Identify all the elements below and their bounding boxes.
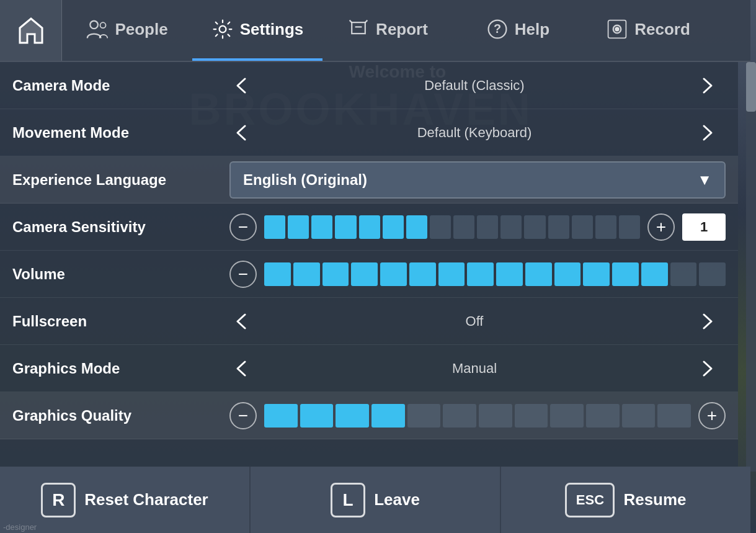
- slider-block: [500, 215, 522, 239]
- fullscreen-label: Fullscreen: [12, 313, 223, 330]
- movement-mode-row: Movement Mode Default (Keyboard): [0, 109, 738, 156]
- chevron-left-icon: [233, 123, 251, 142]
- svg-text:?: ?: [494, 22, 501, 35]
- experience-language-row: Experience Language English (Original) ▼: [0, 156, 738, 204]
- volume-minus[interactable]: −: [229, 261, 257, 288]
- slider-block: [699, 262, 726, 286]
- svg-point-0: [91, 21, 99, 29]
- graphics-quality-minus[interactable]: −: [229, 402, 257, 429]
- graphics-mode-label: Graphics Mode: [12, 360, 223, 377]
- designer-watermark: -designer: [3, 522, 37, 532]
- fullscreen-row: Fullscreen Off: [0, 298, 738, 345]
- graphics-quality-plus[interactable]: +: [698, 402, 726, 429]
- resume-label: Resume: [623, 490, 686, 509]
- slider-block: [406, 215, 427, 239]
- tab-help[interactable]: ? Help: [453, 0, 583, 61]
- slider-block: [572, 215, 593, 239]
- volume-control: −: [229, 261, 726, 288]
- home-button[interactable]: [0, 0, 62, 61]
- fullscreen-prev[interactable]: [223, 309, 260, 334]
- leave-label: Leave: [374, 490, 420, 509]
- slider-block: [586, 404, 620, 428]
- leave-button[interactable]: L Leave: [251, 467, 500, 533]
- slider-block: [430, 215, 451, 239]
- svg-point-2: [219, 26, 226, 33]
- slider-block: [409, 262, 436, 286]
- graphics-mode-control: Manual: [223, 356, 726, 381]
- camera-sensitivity-control: − + 1: [229, 213, 726, 241]
- graphics-mode-next[interactable]: [688, 356, 726, 381]
- slider-block: [438, 262, 465, 286]
- camera-mode-next[interactable]: [688, 73, 726, 98]
- nav-bar: People Settings Report ? Help: [0, 0, 750, 62]
- people-icon: [86, 18, 109, 40]
- camera-sensitivity-plus[interactable]: +: [647, 213, 675, 241]
- slider-block: [622, 404, 656, 428]
- graphics-mode-prev[interactable]: [223, 356, 260, 381]
- slider-block: [641, 262, 668, 286]
- slider-block: [612, 262, 639, 286]
- tab-people[interactable]: People: [62, 0, 192, 61]
- fullscreen-next[interactable]: [688, 309, 726, 334]
- leave-key-badge: L: [331, 483, 365, 517]
- tab-help-label: Help: [515, 20, 549, 39]
- slider-block: [496, 262, 523, 286]
- slider-block: [548, 215, 569, 239]
- slider-block: [383, 215, 404, 239]
- help-icon: ?: [486, 18, 509, 40]
- fullscreen-control: Off: [223, 309, 726, 334]
- language-value: English (Original): [243, 171, 367, 189]
- chevron-right-icon: [698, 76, 716, 95]
- camera-mode-value: Default (Classic): [270, 78, 679, 94]
- slider-block: [288, 215, 309, 239]
- tab-settings-label: Settings: [240, 20, 304, 39]
- dropdown-arrow-icon: ▼: [697, 171, 712, 189]
- graphics-quality-row: Graphics Quality − +: [0, 392, 738, 439]
- movement-mode-label: Movement Mode: [12, 124, 223, 141]
- language-dropdown[interactable]: English (Original) ▼: [229, 161, 726, 199]
- camera-sensitivity-slider[interactable]: [264, 215, 640, 239]
- volume-slider[interactable]: [264, 262, 726, 286]
- reset-key-badge: R: [41, 483, 76, 517]
- slider-block: [359, 215, 380, 239]
- slider-block: [371, 404, 405, 428]
- movement-mode-prev[interactable]: [223, 120, 260, 145]
- tab-report[interactable]: Report: [322, 0, 453, 61]
- chevron-right-icon: [698, 312, 716, 331]
- movement-mode-value: Default (Keyboard): [270, 125, 679, 141]
- camera-sensitivity-label: Camera Sensitivity: [12, 218, 223, 236]
- slider-block: [322, 262, 349, 286]
- chevron-right-icon: [698, 359, 716, 378]
- camera-mode-control: Default (Classic): [223, 73, 726, 98]
- camera-sensitivity-value: 1: [682, 213, 726, 241]
- slider-block: [515, 404, 548, 428]
- fullscreen-value: Off: [270, 313, 679, 329]
- slider-block: [336, 404, 369, 428]
- tab-settings[interactable]: Settings: [192, 0, 322, 61]
- slider-block: [264, 404, 298, 428]
- volume-label: Volume: [12, 266, 223, 283]
- chevron-left-icon: [233, 359, 251, 378]
- tab-record[interactable]: Record: [583, 0, 713, 61]
- content-area: Camera Mode Default (Classic) Movement M…: [0, 62, 750, 533]
- slider-block: [525, 262, 552, 286]
- slider-block: [619, 215, 640, 239]
- reset-character-button[interactable]: R Reset Character: [0, 467, 249, 533]
- tab-record-label: Record: [634, 20, 690, 39]
- graphics-mode-value: Manual: [270, 361, 679, 377]
- slider-block: [300, 404, 334, 428]
- experience-language-label: Experience Language: [12, 171, 223, 189]
- slider-block: [657, 404, 691, 428]
- movement-mode-next[interactable]: [688, 120, 726, 145]
- graphics-quality-slider[interactable]: [264, 404, 691, 428]
- resume-button[interactable]: ESC Resume: [501, 467, 750, 533]
- slider-block: [550, 404, 584, 428]
- camera-mode-row: Camera Mode Default (Classic): [0, 62, 738, 109]
- record-icon: [606, 18, 628, 40]
- slider-block: [351, 262, 378, 286]
- tab-people-label: People: [115, 20, 167, 39]
- camera-sensitivity-row: Camera Sensitivity − + 1: [0, 204, 738, 251]
- graphics-quality-label: Graphics Quality: [12, 407, 223, 424]
- camera-mode-prev[interactable]: [223, 73, 260, 98]
- camera-sensitivity-minus[interactable]: −: [229, 213, 257, 241]
